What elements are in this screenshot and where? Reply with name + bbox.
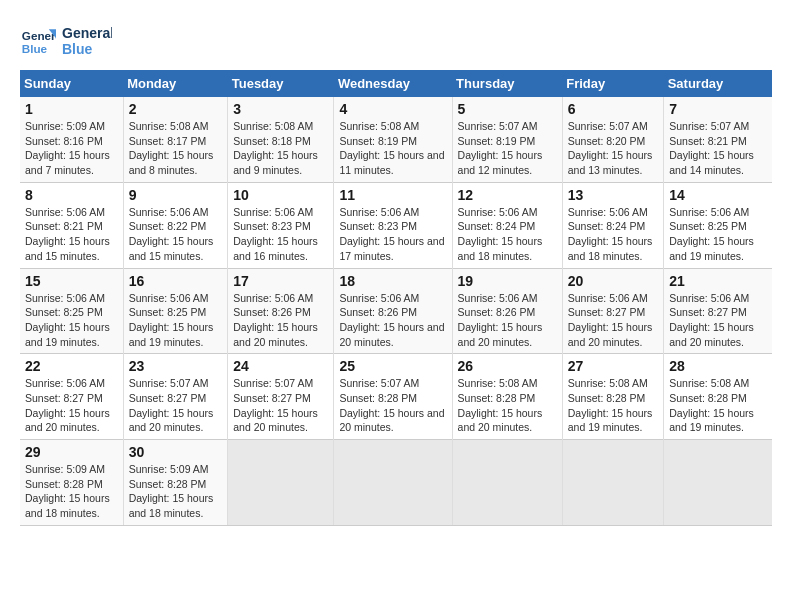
day-info: Sunrise: 5:06 AM Sunset: 8:27 PM Dayligh… [669,291,767,350]
header-thursday: Thursday [452,70,562,97]
day-number: 17 [233,273,328,289]
day-number: 13 [568,187,659,203]
day-info: Sunrise: 5:08 AM Sunset: 8:28 PM Dayligh… [669,376,767,435]
day-number: 6 [568,101,659,117]
calendar-cell: 10 Sunrise: 5:06 AM Sunset: 8:23 PM Dayl… [228,182,334,268]
day-info: Sunrise: 5:09 AM Sunset: 8:28 PM Dayligh… [25,462,118,521]
calendar-cell [334,440,452,526]
day-number: 8 [25,187,118,203]
svg-text:Blue: Blue [62,41,93,57]
day-info: Sunrise: 5:08 AM Sunset: 8:17 PM Dayligh… [129,119,223,178]
day-info: Sunrise: 5:06 AM Sunset: 8:23 PM Dayligh… [233,205,328,264]
header-friday: Friday [562,70,664,97]
day-info: Sunrise: 5:06 AM Sunset: 8:21 PM Dayligh… [25,205,118,264]
calendar-week-1: 1 Sunrise: 5:09 AM Sunset: 8:16 PM Dayli… [20,97,772,182]
day-number: 25 [339,358,446,374]
calendar-cell: 15 Sunrise: 5:06 AM Sunset: 8:25 PM Dayl… [20,268,123,354]
day-info: Sunrise: 5:08 AM Sunset: 8:19 PM Dayligh… [339,119,446,178]
day-number: 22 [25,358,118,374]
calendar-cell [228,440,334,526]
day-info: Sunrise: 5:07 AM Sunset: 8:20 PM Dayligh… [568,119,659,178]
day-number: 9 [129,187,223,203]
calendar-week-3: 15 Sunrise: 5:06 AM Sunset: 8:25 PM Dayl… [20,268,772,354]
header-saturday: Saturday [664,70,772,97]
day-info: Sunrise: 5:06 AM Sunset: 8:23 PM Dayligh… [339,205,446,264]
calendar-cell [664,440,772,526]
day-number: 4 [339,101,446,117]
calendar-week-2: 8 Sunrise: 5:06 AM Sunset: 8:21 PM Dayli… [20,182,772,268]
calendar-week-4: 22 Sunrise: 5:06 AM Sunset: 8:27 PM Dayl… [20,354,772,440]
calendar-cell: 27 Sunrise: 5:08 AM Sunset: 8:28 PM Dayl… [562,354,664,440]
day-info: Sunrise: 5:06 AM Sunset: 8:25 PM Dayligh… [669,205,767,264]
day-number: 18 [339,273,446,289]
header-monday: Monday [123,70,228,97]
calendar-cell: 18 Sunrise: 5:06 AM Sunset: 8:26 PM Dayl… [334,268,452,354]
day-info: Sunrise: 5:09 AM Sunset: 8:16 PM Dayligh… [25,119,118,178]
calendar-table: SundayMondayTuesdayWednesdayThursdayFrid… [20,70,772,526]
calendar-cell: 12 Sunrise: 5:06 AM Sunset: 8:24 PM Dayl… [452,182,562,268]
calendar-cell: 28 Sunrise: 5:08 AM Sunset: 8:28 PM Dayl… [664,354,772,440]
day-number: 16 [129,273,223,289]
day-info: Sunrise: 5:06 AM Sunset: 8:24 PM Dayligh… [568,205,659,264]
day-number: 12 [458,187,557,203]
calendar-cell: 26 Sunrise: 5:08 AM Sunset: 8:28 PM Dayl… [452,354,562,440]
calendar-cell: 29 Sunrise: 5:09 AM Sunset: 8:28 PM Dayl… [20,440,123,526]
day-number: 5 [458,101,557,117]
day-info: Sunrise: 5:08 AM Sunset: 8:28 PM Dayligh… [458,376,557,435]
day-info: Sunrise: 5:06 AM Sunset: 8:26 PM Dayligh… [233,291,328,350]
day-number: 23 [129,358,223,374]
calendar-cell: 2 Sunrise: 5:08 AM Sunset: 8:17 PM Dayli… [123,97,228,182]
calendar-cell: 4 Sunrise: 5:08 AM Sunset: 8:19 PM Dayli… [334,97,452,182]
day-number: 30 [129,444,223,460]
day-info: Sunrise: 5:06 AM Sunset: 8:26 PM Dayligh… [458,291,557,350]
calendar-cell: 9 Sunrise: 5:06 AM Sunset: 8:22 PM Dayli… [123,182,228,268]
day-info: Sunrise: 5:06 AM Sunset: 8:27 PM Dayligh… [568,291,659,350]
day-info: Sunrise: 5:06 AM Sunset: 8:25 PM Dayligh… [25,291,118,350]
day-info: Sunrise: 5:07 AM Sunset: 8:19 PM Dayligh… [458,119,557,178]
svg-text:Blue: Blue [22,42,48,55]
day-info: Sunrise: 5:07 AM Sunset: 8:27 PM Dayligh… [233,376,328,435]
page-header: General Blue General Blue [20,20,772,60]
day-info: Sunrise: 5:07 AM Sunset: 8:21 PM Dayligh… [669,119,767,178]
day-number: 1 [25,101,118,117]
day-info: Sunrise: 5:09 AM Sunset: 8:28 PM Dayligh… [129,462,223,521]
day-number: 26 [458,358,557,374]
calendar-cell: 20 Sunrise: 5:06 AM Sunset: 8:27 PM Dayl… [562,268,664,354]
day-info: Sunrise: 5:06 AM Sunset: 8:26 PM Dayligh… [339,291,446,350]
logo-graphic: General Blue [62,20,112,60]
day-info: Sunrise: 5:08 AM Sunset: 8:28 PM Dayligh… [568,376,659,435]
calendar-cell: 21 Sunrise: 5:06 AM Sunset: 8:27 PM Dayl… [664,268,772,354]
calendar-cell: 8 Sunrise: 5:06 AM Sunset: 8:21 PM Dayli… [20,182,123,268]
day-number: 24 [233,358,328,374]
day-info: Sunrise: 5:06 AM Sunset: 8:27 PM Dayligh… [25,376,118,435]
calendar-header-row: SundayMondayTuesdayWednesdayThursdayFrid… [20,70,772,97]
calendar-cell: 23 Sunrise: 5:07 AM Sunset: 8:27 PM Dayl… [123,354,228,440]
day-number: 11 [339,187,446,203]
day-info: Sunrise: 5:08 AM Sunset: 8:18 PM Dayligh… [233,119,328,178]
day-number: 27 [568,358,659,374]
calendar-cell: 5 Sunrise: 5:07 AM Sunset: 8:19 PM Dayli… [452,97,562,182]
day-info: Sunrise: 5:06 AM Sunset: 8:24 PM Dayligh… [458,205,557,264]
day-info: Sunrise: 5:07 AM Sunset: 8:28 PM Dayligh… [339,376,446,435]
calendar-cell [452,440,562,526]
calendar-cell [562,440,664,526]
day-number: 20 [568,273,659,289]
day-number: 21 [669,273,767,289]
calendar-cell: 13 Sunrise: 5:06 AM Sunset: 8:24 PM Dayl… [562,182,664,268]
day-info: Sunrise: 5:06 AM Sunset: 8:25 PM Dayligh… [129,291,223,350]
day-number: 28 [669,358,767,374]
header-wednesday: Wednesday [334,70,452,97]
calendar-body: 1 Sunrise: 5:09 AM Sunset: 8:16 PM Dayli… [20,97,772,525]
calendar-cell: 17 Sunrise: 5:06 AM Sunset: 8:26 PM Dayl… [228,268,334,354]
header-tuesday: Tuesday [228,70,334,97]
day-number: 14 [669,187,767,203]
calendar-cell: 11 Sunrise: 5:06 AM Sunset: 8:23 PM Dayl… [334,182,452,268]
day-number: 7 [669,101,767,117]
day-number: 10 [233,187,328,203]
calendar-week-5: 29 Sunrise: 5:09 AM Sunset: 8:28 PM Dayl… [20,440,772,526]
day-number: 2 [129,101,223,117]
day-number: 29 [25,444,118,460]
day-number: 19 [458,273,557,289]
day-number: 15 [25,273,118,289]
day-info: Sunrise: 5:06 AM Sunset: 8:22 PM Dayligh… [129,205,223,264]
